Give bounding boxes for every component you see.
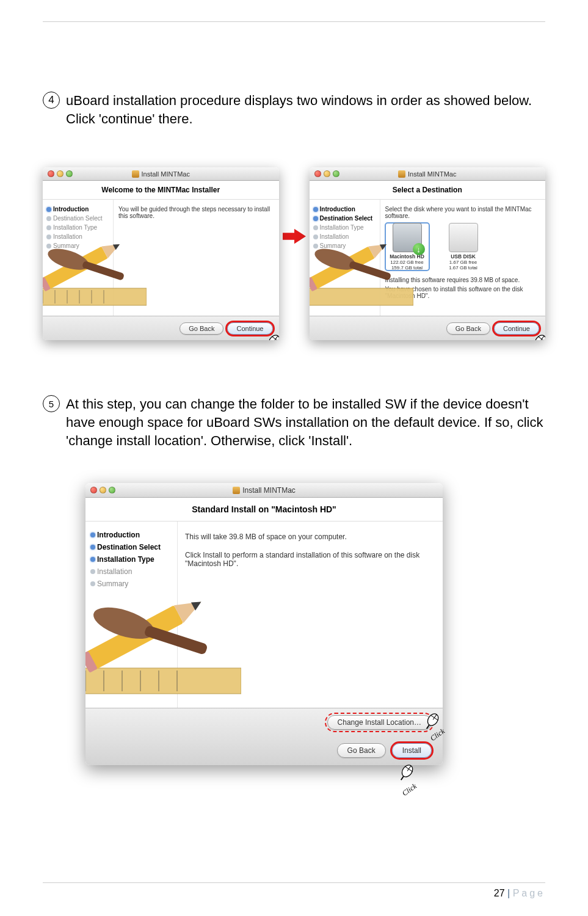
- sidebar-item-type: Installation Type: [46, 223, 109, 232]
- window-subheader: Welcome to the MINTMac Installer: [43, 181, 279, 200]
- sidebar-item-label: Installation: [53, 233, 82, 240]
- titlebar: Install MINTMac: [85, 483, 443, 498]
- sidebar-item-label: Destination Select: [320, 215, 373, 222]
- bullet-icon: [90, 557, 95, 562]
- disk-name: USB DISK: [451, 253, 476, 260]
- sidebar-item-summary: Summary: [313, 241, 376, 250]
- usb-disk-icon: [449, 223, 478, 252]
- sidebar-item-introduction: Introduction: [313, 205, 376, 214]
- installer-sidebar: Introduction Destination Select Installa…: [43, 200, 113, 316]
- page-word: Page: [513, 888, 545, 898]
- package-icon: [233, 487, 240, 494]
- window-title: Install MINTMac: [310, 170, 546, 178]
- sidebar-item-destination: Destination Select: [46, 214, 109, 223]
- page-footer: 27 | Page: [43, 882, 545, 899]
- bullet-icon: [46, 244, 51, 249]
- install-button[interactable]: Install: [392, 743, 432, 758]
- window-title-text: Install MINTMac: [142, 170, 190, 178]
- disk-free: 1.67 GB free: [449, 260, 477, 265]
- sidebar-item-label: Introduction: [97, 531, 140, 539]
- change-install-location-button[interactable]: Change Install Location…: [327, 715, 432, 730]
- window-body: Introduction Destination Select Installa…: [43, 200, 279, 316]
- space-text: This will take 39.8 MB of space on your …: [185, 533, 430, 541]
- sidebar-item-label: Installation Type: [320, 224, 364, 231]
- svg-point-45: [400, 763, 415, 779]
- sidebar-item-summary: Summary: [90, 578, 172, 590]
- window-footer: Go Back Continue: [310, 316, 546, 340]
- sidebar-item-destination: Destination Select: [90, 541, 172, 553]
- installer-window-type: Install MINTMac Standard Install on "Mac…: [85, 483, 443, 765]
- sidebar-item-installation: Installation: [313, 232, 376, 241]
- sidebar-item-type: Installation Type: [313, 223, 376, 232]
- bullet-icon: [90, 581, 95, 586]
- disk-usb[interactable]: USB DISK 1.67 GB free 1.67 GB total: [441, 223, 485, 271]
- page-separator: |: [505, 888, 513, 898]
- step-4-text: uBoard installation procedure displays t…: [66, 92, 545, 128]
- sidebar-item-label: Installation: [320, 233, 349, 240]
- click-label: Click: [401, 782, 418, 799]
- bullet-icon: [46, 216, 51, 221]
- destination-intro: Select the disk where you want to instal…: [385, 206, 539, 219]
- welcome-text: You will be guided through the steps nec…: [118, 206, 272, 219]
- cursor-icon: [262, 330, 279, 340]
- windows-row: Install MINTMac Welcome to the MINTMac I…: [43, 167, 545, 340]
- window-title-text: Install MINTMac: [408, 170, 456, 178]
- installer-window-destination: Install MINTMac Select a Destination Int…: [310, 167, 546, 340]
- window-title: Install MINTMac: [85, 486, 443, 495]
- go-back-button[interactable]: Go Back: [337, 743, 386, 758]
- window-subheader: Select a Destination: [310, 181, 546, 200]
- go-back-button[interactable]: Go Back: [180, 322, 223, 335]
- bullet-icon: [90, 545, 95, 550]
- svg-marker-17: [283, 229, 306, 244]
- bullet-icon: [90, 533, 95, 537]
- big-window-container: Install MINTMac Standard Install on "Mac…: [85, 483, 443, 765]
- sidebar-item-label: Introduction: [53, 206, 89, 213]
- bullet-icon: [313, 234, 318, 239]
- arrow-right-icon: [283, 228, 306, 244]
- sidebar-item-label: Installation Type: [97, 555, 154, 564]
- sidebar-item-label: Destination Select: [97, 543, 161, 551]
- bullet-icon: [46, 207, 51, 212]
- window-subheader: Standard Install on "Macintosh HD": [85, 498, 443, 522]
- footer-lower: Go Back Install: [85, 736, 443, 765]
- package-icon: [132, 170, 139, 178]
- step-5-text: At this step, you can change the folder …: [66, 395, 545, 449]
- bullet-icon: [313, 225, 318, 230]
- sidebar-item-label: Destination Select: [53, 215, 103, 222]
- window-body: Introduction Destination Select Installa…: [85, 522, 443, 708]
- bullet-icon: [90, 569, 95, 574]
- cursor-icon: [528, 330, 545, 340]
- sidebar-item-destination: Destination Select: [313, 214, 376, 223]
- window-title-text: Install MINTMac: [242, 486, 296, 495]
- installer-window-welcome: Install MINTMac Welcome to the MINTMac I…: [43, 167, 279, 340]
- step-4: 4 uBoard installation procedure displays…: [43, 92, 545, 128]
- install-instruction: Click Install to perform a standard inst…: [185, 551, 430, 568]
- titlebar: Install MINTMac: [43, 167, 279, 181]
- window-body: Introduction Destination Select Installa…: [310, 200, 546, 316]
- step-5: 5 At this step, you can change the folde…: [43, 395, 545, 449]
- window-title: Install MINTMac: [43, 170, 279, 178]
- page-number: 27: [494, 888, 505, 898]
- step-4-number: 4: [43, 92, 60, 109]
- sidebar-item-introduction: Introduction: [90, 529, 172, 541]
- installer-sidebar: Introduction Destination Select Installa…: [85, 522, 177, 708]
- titlebar: Install MINTMac: [310, 167, 546, 181]
- go-back-button[interactable]: Go Back: [446, 322, 490, 335]
- bullet-icon: [46, 225, 51, 230]
- download-badge-icon: ↓: [413, 243, 425, 255]
- sidebar-item-installation: Installation: [46, 232, 109, 241]
- bullet-icon: [313, 207, 318, 212]
- sidebar-item-label: Installation: [97, 567, 132, 576]
- step-5-number: 5: [43, 395, 60, 412]
- sidebar-item-summary: Summary: [46, 241, 109, 250]
- disk-total: 1.67 GB total: [449, 265, 477, 271]
- sidebar-item-introduction: Introduction: [46, 205, 109, 214]
- bullet-icon: [46, 234, 51, 239]
- sidebar-item-installation: Installation: [90, 565, 172, 578]
- footer-upper: Change Install Location…: [85, 708, 443, 736]
- cursor-icon: [395, 760, 418, 783]
- sidebar-item-type: Installation Type: [90, 553, 172, 565]
- top-horizontal-rule: [43, 21, 545, 22]
- sidebar-item-label: Summary: [97, 580, 128, 588]
- installer-sidebar: Introduction Destination Select Installa…: [310, 200, 380, 316]
